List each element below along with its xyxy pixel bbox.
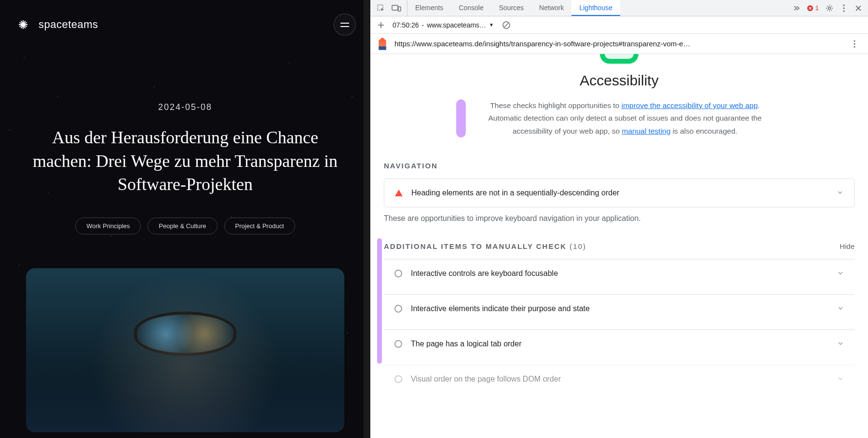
navigation-group-label: NAVIGATION — [384, 162, 854, 170]
score-gauge — [384, 54, 854, 64]
tab-network[interactable]: Network — [531, 0, 571, 16]
manual-icon — [394, 340, 402, 348]
inspect-icon[interactable] — [374, 1, 388, 15]
audit-heading-order[interactable]: Heading elements are not in a sequential… — [384, 178, 854, 207]
brand-name: spaceteams — [39, 18, 98, 31]
device-toggle-icon[interactable] — [390, 1, 403, 15]
manual-count: (10) — [570, 242, 586, 250]
chevron-down-icon — [837, 340, 844, 348]
tag-people-culture[interactable]: People & Culture — [148, 218, 217, 234]
svg-point-7 — [843, 10, 844, 12]
more-tabs-icon[interactable] — [789, 1, 803, 15]
svg-rect-2 — [398, 7, 401, 11]
tag-project-product[interactable]: Project & Product — [224, 218, 295, 234]
tab-elements[interactable]: Elements — [407, 0, 451, 16]
chevron-down-icon — [837, 189, 843, 197]
article-headline: Aus der Herausforderung eine Chance mach… — [23, 126, 347, 196]
report-body[interactable]: Accessibility These checks highlight opp… — [370, 54, 868, 438]
svg-point-10 — [854, 43, 855, 44]
error-count[interactable]: 1 — [804, 4, 822, 12]
site-header: spaceteams — [0, 0, 370, 49]
improve-accessibility-link[interactable]: improve the accessibility of your web ap… — [622, 101, 758, 110]
audit-keyboard-focusable[interactable]: Interactive controls are keyboard focusa… — [384, 259, 854, 287]
manual-icon — [394, 305, 402, 313]
chevron-down-icon — [837, 305, 844, 313]
hero-image — [26, 268, 344, 432]
close-devtools-icon[interactable] — [852, 1, 865, 15]
svg-point-4 — [828, 7, 831, 9]
devtools-panel: Elements Console Sources Network Lightho… — [370, 0, 868, 438]
menu-button[interactable] — [334, 14, 356, 36]
fail-icon — [395, 190, 403, 196]
manual-testing-link[interactable]: manual testing — [622, 127, 671, 135]
desc-text-1: These checks highlight opportunities to — [490, 101, 621, 110]
chevron-down-icon — [837, 270, 844, 278]
hero: 2024-05-08 Aus der Herausforderung eine … — [0, 49, 370, 432]
kebab-icon[interactable] — [837, 1, 851, 15]
category-description: These checks highlight opportunities to … — [465, 99, 773, 137]
article-date: 2024-05-08 — [23, 102, 347, 112]
report-url-bar: https://www.spaceteams.de/insights/trans… — [370, 34, 868, 54]
svg-rect-1 — [392, 5, 398, 10]
svg-point-9 — [854, 40, 855, 41]
tab-lighthouse[interactable]: Lighthouse — [571, 0, 620, 16]
hide-button[interactable]: Hide — [840, 242, 854, 250]
audit-visual-order[interactable]: Visual order on the page follows DOM ord… — [384, 365, 854, 393]
report-timestamp: 07:50:26 — [393, 21, 419, 29]
report-url: https://www.spaceteams.de/insights/trans… — [394, 40, 841, 48]
tag-list: Work Principles People & Culture Project… — [23, 218, 347, 234]
audit-text: Visual order on the page follows DOM ord… — [411, 375, 828, 383]
lighthouse-icon — [377, 38, 388, 50]
brand-link[interactable]: spaceteams — [14, 16, 98, 33]
report-host: www.spaceteams… — [427, 21, 486, 29]
navigation-note: These are opportunities to improve keybo… — [384, 214, 854, 223]
devtools-tabbar: Elements Console Sources Network Lightho… — [370, 0, 868, 16]
svg-point-6 — [843, 7, 844, 9]
chevron-down-icon: ▼ — [489, 22, 494, 27]
audit-text: Interactive controls are keyboard focusa… — [411, 269, 828, 278]
settings-icon[interactable] — [823, 1, 836, 15]
page-scrollbar[interactable] — [364, 0, 370, 438]
svg-point-5 — [843, 4, 844, 6]
audit-purpose-state[interactable]: Interactive elements indicate their purp… — [384, 294, 854, 323]
tab-console[interactable]: Console — [451, 0, 491, 16]
new-report-button[interactable] — [375, 19, 387, 31]
tag-work-principles[interactable]: Work Principles — [75, 218, 141, 234]
lighthouse-toolbar: 07:50:26 - www.spaceteams… ▼ — [370, 16, 868, 34]
report-select[interactable]: 07:50:26 - www.spaceteams… ▼ — [393, 21, 494, 29]
logo-icon — [14, 16, 32, 33]
manual-icon — [394, 375, 402, 383]
audit-tab-order[interactable]: The page has a logical tab order — [384, 329, 854, 358]
website-panel: spaceteams 2024-05-08 Aus der Herausford… — [0, 0, 370, 438]
report-menu-icon[interactable] — [848, 37, 861, 51]
desc-text-3: is also encouraged. — [670, 127, 737, 135]
audit-text: The page has a logical tab order — [411, 340, 828, 348]
manual-group-label: ADDITIONAL ITEMS TO MANUALLY CHECK (10) — [384, 242, 586, 250]
clear-icon[interactable] — [500, 18, 513, 32]
manual-icon — [394, 270, 402, 277]
chevron-down-icon — [837, 375, 844, 383]
tab-sources[interactable]: Sources — [491, 0, 531, 16]
category-title: Accessibility — [384, 72, 854, 89]
audit-text: Interactive elements indicate their purp… — [411, 304, 828, 313]
svg-point-11 — [854, 46, 855, 47]
error-count-text: 1 — [815, 4, 819, 12]
audit-text: Heading elements are not in a sequential… — [411, 189, 828, 197]
